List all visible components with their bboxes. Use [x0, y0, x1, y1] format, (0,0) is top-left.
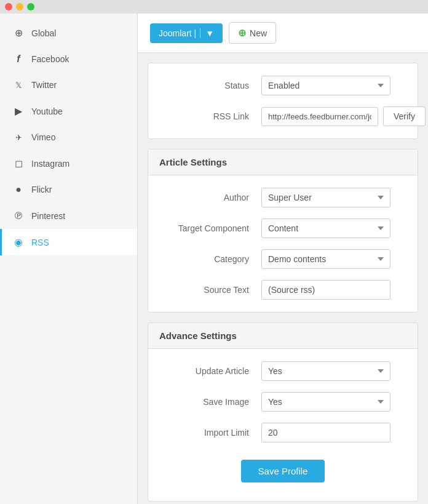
vimeo-icon	[13, 132, 24, 143]
sidebar-item-global[interactable]: Global	[0, 20, 137, 46]
new-button[interactable]: ⊕ New	[229, 22, 276, 44]
status-control: Enabled Disabled	[261, 76, 403, 95]
sidebar-item-label-vimeo: Vimeo	[31, 132, 55, 142]
youtube-icon	[13, 105, 24, 117]
target-component-select[interactable]: Content K2	[261, 218, 390, 238]
author-select[interactable]: Super User Admin	[261, 188, 390, 207]
save-image-row: Save Image Yes No	[163, 392, 403, 412]
rss-icon	[13, 236, 24, 248]
advance-settings-section: Advance Settings Update Article Yes No S…	[148, 322, 418, 502]
sidebar-item-label-global: Global	[31, 28, 56, 38]
twitter-icon	[13, 79, 24, 90]
sidebar-item-vimeo[interactable]: Vimeo	[0, 124, 137, 150]
sidebar-item-twitter[interactable]: Twitter	[0, 72, 137, 98]
save-profile-button[interactable]: Save Profile	[241, 460, 325, 482]
verify-button[interactable]: Verify	[383, 106, 426, 126]
status-row: Status Enabled Disabled	[163, 76, 403, 95]
sidebar-item-label-instagram: Instagram	[31, 159, 69, 169]
sidebar-item-label-twitter: Twitter	[31, 80, 57, 90]
plus-icon: ⊕	[238, 27, 246, 39]
source-text-row: Source Text	[163, 280, 403, 300]
update-article-control: Yes No	[261, 361, 403, 381]
sidebar-item-youtube[interactable]: Youtube	[0, 98, 137, 124]
sidebar: Global Facebook Twitter Youtube Vimeo In…	[0, 14, 138, 504]
article-settings-header: Article Settings	[148, 150, 418, 175]
import-limit-control	[261, 423, 403, 442]
category-select[interactable]: Demo contents Uncategorised	[261, 249, 390, 269]
author-row: Author Super User Admin	[163, 188, 403, 207]
status-section: Status Enabled Disabled RSS Link Verify	[148, 63, 418, 139]
target-component-label: Target Component	[163, 223, 261, 233]
sidebar-item-label-pinterest: Pinterest	[31, 211, 65, 221]
import-limit-input[interactable]	[261, 423, 390, 442]
target-component-control: Content K2	[261, 218, 403, 238]
update-article-select[interactable]: Yes No	[261, 361, 390, 381]
status-select[interactable]: Enabled Disabled	[261, 76, 390, 95]
save-image-label: Save Image	[163, 397, 261, 407]
source-text-input[interactable]	[261, 280, 390, 300]
pinterest-icon	[13, 210, 24, 222]
rss-link-control: Verify	[261, 106, 426, 126]
maximize-button[interactable]	[27, 3, 34, 10]
sidebar-item-instagram[interactable]: Instagram	[0, 150, 137, 177]
top-bar: Joomlart | ▼ ⊕ New	[138, 14, 428, 53]
sidebar-item-label-rss: RSS	[31, 238, 49, 247]
sidebar-item-facebook[interactable]: Facebook	[0, 46, 137, 72]
sidebar-item-label-youtube: Youtube	[31, 106, 63, 116]
sidebar-item-label-flickr: Flickr	[31, 185, 52, 194]
joomlart-label: Joomlart |	[159, 28, 196, 38]
author-label: Author	[163, 193, 261, 202]
sidebar-item-flickr[interactable]: Flickr	[0, 177, 137, 202]
category-row: Category Demo contents Uncategorised	[163, 249, 403, 269]
title-bar	[0, 0, 428, 14]
category-control: Demo contents Uncategorised	[261, 249, 403, 269]
close-button[interactable]	[5, 3, 12, 10]
save-row: Save Profile	[163, 454, 403, 489]
source-text-label: Source Text	[163, 285, 261, 295]
save-image-select[interactable]: Yes No	[261, 392, 390, 412]
update-article-row: Update Article Yes No	[163, 361, 403, 381]
save-image-control: Yes No	[261, 392, 403, 412]
main-content: Joomlart | ▼ ⊕ New Status Enabled Disabl…	[138, 14, 428, 504]
rss-link-label: RSS Link	[163, 111, 261, 121]
facebook-icon	[13, 54, 24, 65]
category-label: Category	[163, 254, 261, 264]
advance-settings-body: Update Article Yes No Save Image Yes No	[148, 349, 418, 501]
joomlart-button[interactable]: Joomlart | ▼	[150, 23, 223, 43]
source-text-control	[261, 280, 403, 300]
joomlart-caret[interactable]: ▼	[200, 28, 214, 38]
update-article-label: Update Article	[163, 366, 261, 376]
import-limit-label: Import Limit	[163, 428, 261, 438]
global-icon	[13, 27, 24, 39]
sidebar-item-label-facebook: Facebook	[31, 54, 69, 64]
status-section-body: Status Enabled Disabled RSS Link Verify	[148, 63, 418, 138]
new-label: New	[250, 28, 267, 38]
instagram-icon	[13, 158, 24, 169]
rss-link-row: RSS Link Verify	[163, 106, 403, 126]
status-label: Status	[163, 81, 261, 90]
advance-settings-header: Advance Settings	[148, 323, 418, 349]
author-control: Super User Admin	[261, 188, 403, 207]
app-body: Global Facebook Twitter Youtube Vimeo In…	[0, 14, 428, 504]
target-component-row: Target Component Content K2	[163, 218, 403, 238]
minimize-button[interactable]	[16, 3, 23, 10]
article-settings-body: Author Super User Admin Target Component…	[148, 175, 418, 312]
sidebar-item-pinterest[interactable]: Pinterest	[0, 202, 137, 229]
sidebar-item-rss[interactable]: RSS	[0, 229, 137, 255]
import-limit-row: Import Limit	[163, 423, 403, 442]
article-settings-section: Article Settings Author Super User Admin…	[148, 149, 418, 313]
flickr-icon	[13, 184, 24, 195]
rss-link-input[interactable]	[261, 107, 378, 126]
